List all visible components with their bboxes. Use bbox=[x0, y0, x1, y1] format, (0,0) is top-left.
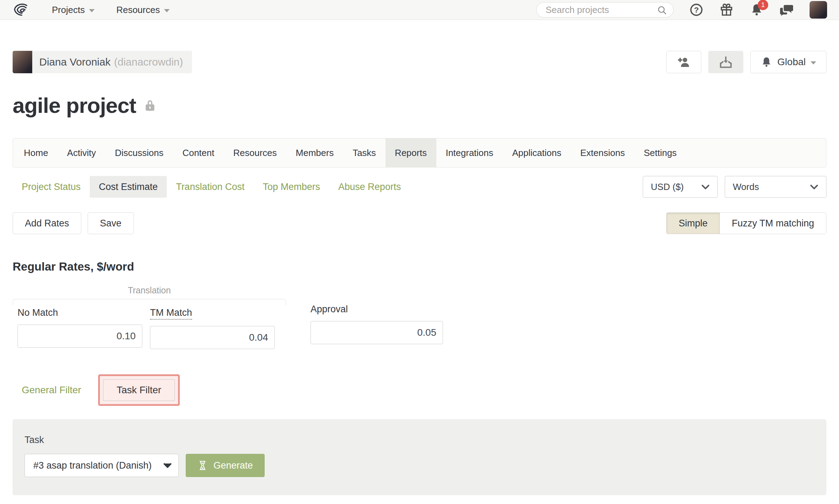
subtab-translation-cost[interactable]: Translation Cost bbox=[167, 176, 254, 198]
translation-group-bracket bbox=[13, 299, 286, 305]
currency-select[interactable]: USD ($) bbox=[643, 176, 718, 198]
subtab-top-members[interactable]: Top Members bbox=[254, 176, 329, 198]
global-label: Global bbox=[777, 56, 806, 68]
approval-column: Approval bbox=[311, 285, 443, 344]
project-search bbox=[536, 2, 674, 18]
translation-rate-group: Translation No Match TM Match bbox=[13, 285, 286, 349]
nav-projects-label: Projects bbox=[52, 5, 85, 15]
page-title: agile project bbox=[13, 93, 136, 118]
tab-integrations[interactable]: Integrations bbox=[436, 138, 503, 167]
owner-username: (dianacrowdin) bbox=[114, 56, 183, 68]
task-select[interactable]: #3 asap translation (Danish) bbox=[25, 454, 179, 477]
tab-settings[interactable]: Settings bbox=[634, 138, 686, 167]
global-notifications-button[interactable]: Global bbox=[750, 51, 826, 73]
tm-match-label: TM Match bbox=[150, 307, 192, 320]
approval-field: Approval bbox=[311, 304, 443, 344]
generate-label: Generate bbox=[213, 460, 253, 471]
add-rates-button[interactable]: Add Rates bbox=[13, 212, 81, 234]
download-button[interactable] bbox=[708, 51, 743, 73]
chevron-down-icon bbox=[89, 9, 95, 12]
invite-member-button[interactable] bbox=[666, 51, 701, 73]
tab-extensions[interactable]: Extensions bbox=[571, 138, 634, 167]
owner-avatar bbox=[13, 51, 32, 73]
owner-chip[interactable]: Diana Voroniak (dianacrowdin) bbox=[13, 51, 192, 73]
search-icon[interactable] bbox=[657, 5, 667, 15]
subtab-cost-estimate[interactable]: Cost Estimate bbox=[90, 176, 167, 198]
nav-resources-label: Resources bbox=[116, 5, 160, 15]
no-match-input[interactable] bbox=[18, 325, 142, 348]
tab-discussions[interactable]: Discussions bbox=[105, 138, 173, 167]
rates-area: Translation No Match TM Match Approval bbox=[13, 285, 826, 349]
task-label: Task bbox=[25, 435, 814, 445]
header-actions: Global bbox=[666, 51, 826, 73]
task-filter-label: Task Filter bbox=[103, 379, 175, 401]
project-owner-row: Diana Voroniak (dianacrowdin) bbox=[13, 51, 826, 73]
chevron-down-icon bbox=[811, 61, 816, 64]
rates-heading: Regular Rates, $/word bbox=[13, 260, 826, 273]
notifications-button[interactable]: 1 bbox=[749, 2, 764, 17]
tm-match-field: TM Match bbox=[150, 307, 275, 349]
generate-button[interactable]: Generate bbox=[186, 454, 265, 477]
crowdin-logo-icon[interactable] bbox=[12, 2, 30, 18]
tab-reports[interactable]: Reports bbox=[386, 138, 436, 167]
unit-select[interactable]: Words bbox=[725, 176, 826, 198]
no-match-label: No Match bbox=[18, 307, 58, 318]
rates-mode-toggle: Simple Fuzzy TM matching bbox=[666, 212, 826, 234]
currency-value: USD ($) bbox=[651, 182, 684, 192]
project-tab-bar: Home Activity Discussions Content Resour… bbox=[13, 138, 826, 168]
translation-group-label: Translation bbox=[13, 285, 286, 295]
help-button[interactable]: ? bbox=[689, 2, 704, 17]
filters-row: General Filter Task Filter bbox=[13, 374, 826, 406]
report-subtab-row: Project Status Cost Estimate Translation… bbox=[13, 176, 826, 198]
chevron-down-icon bbox=[701, 184, 710, 190]
messages-button[interactable] bbox=[779, 2, 794, 17]
mode-simple[interactable]: Simple bbox=[667, 213, 720, 234]
notification-badge: 1 bbox=[758, 0, 768, 10]
gift-icon bbox=[719, 3, 734, 17]
chevron-down-icon bbox=[810, 184, 818, 190]
page-title-row: agile project bbox=[13, 93, 826, 118]
tm-match-input[interactable] bbox=[150, 326, 275, 349]
general-filter-tab[interactable]: General Filter bbox=[13, 384, 90, 396]
approval-label: Approval bbox=[311, 304, 348, 315]
chevron-down-icon bbox=[164, 9, 170, 12]
tab-content[interactable]: Content bbox=[173, 138, 224, 167]
subtab-abuse-reports[interactable]: Abuse Reports bbox=[329, 176, 410, 198]
tab-activity[interactable]: Activity bbox=[57, 138, 105, 167]
top-navbar: Projects Resources ? bbox=[0, 0, 839, 20]
approval-input[interactable] bbox=[311, 321, 443, 344]
tab-home[interactable]: Home bbox=[14, 138, 57, 167]
task-select-value: #3 asap translation (Danish) bbox=[33, 460, 152, 471]
help-icon: ? bbox=[689, 3, 703, 17]
owner-name: Diana Voroniak bbox=[39, 56, 110, 68]
main-content: Diana Voroniak (dianacrowdin) bbox=[0, 51, 839, 495]
task-filter-tab[interactable]: Task Filter bbox=[98, 374, 180, 406]
subtab-project-status[interactable]: Project Status bbox=[13, 176, 90, 198]
tab-applications[interactable]: Applications bbox=[503, 138, 571, 167]
bell-icon bbox=[760, 56, 772, 68]
download-tray-icon bbox=[718, 55, 733, 69]
chevron-down-icon bbox=[163, 463, 172, 468]
nav-projects-menu[interactable]: Projects bbox=[52, 5, 95, 15]
tab-members[interactable]: Members bbox=[286, 138, 343, 167]
task-filter-panel: Task #3 asap translation (Danish) Genera… bbox=[13, 419, 826, 495]
svg-text:?: ? bbox=[694, 6, 699, 14]
tab-resources[interactable]: Resources bbox=[224, 138, 286, 167]
mode-fuzzy-tm-matching[interactable]: Fuzzy TM matching bbox=[720, 213, 826, 234]
gift-button[interactable] bbox=[719, 2, 734, 17]
user-avatar[interactable] bbox=[810, 1, 827, 19]
lock-icon bbox=[143, 97, 157, 114]
chat-icon bbox=[780, 3, 794, 17]
unit-value: Words bbox=[733, 182, 759, 192]
add-person-icon bbox=[676, 55, 691, 69]
search-input[interactable] bbox=[536, 2, 674, 18]
report-selectors: USD ($) Words bbox=[643, 176, 826, 198]
save-button[interactable]: Save bbox=[88, 212, 134, 234]
nav-resources-menu[interactable]: Resources bbox=[116, 5, 170, 15]
hourglass-icon bbox=[197, 459, 208, 472]
no-match-field: No Match bbox=[18, 307, 142, 349]
tab-tasks[interactable]: Tasks bbox=[343, 138, 385, 167]
rates-actions-row: Add Rates Save Simple Fuzzy TM matching bbox=[13, 212, 826, 234]
